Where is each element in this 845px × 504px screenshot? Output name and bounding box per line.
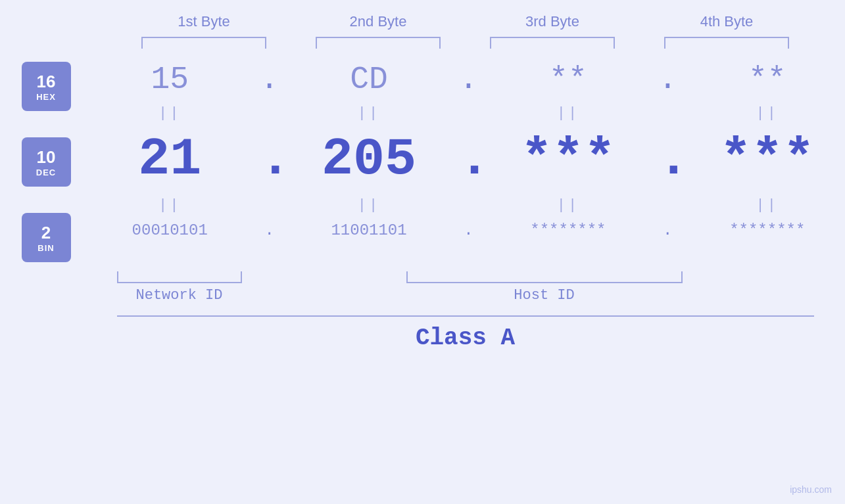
hex-dot-3: . (658, 62, 677, 97)
bracket-1 (141, 37, 266, 49)
hex-badge: 16 HEX (22, 62, 71, 111)
sep-1-4: || (702, 105, 833, 122)
sep-row-1: || || || || (92, 104, 845, 123)
hex-byte-1: 15 (104, 62, 235, 97)
hex-byte-2: CD (303, 62, 435, 97)
top-bracket-row (117, 37, 814, 49)
sep-1-3: || (502, 105, 634, 122)
host-bracket (406, 271, 683, 283)
dec-byte-4: *** (702, 129, 833, 189)
bin-badge: 2 BIN (22, 213, 71, 262)
bottom-section: Network ID Host ID Class A (117, 271, 814, 352)
id-labels: Network ID Host ID (117, 287, 814, 304)
network-id-label: Network ID (117, 287, 242, 304)
sep-2-1: || (104, 197, 235, 214)
sep-2-3: || (502, 197, 634, 214)
bin-byte-1: 00010101 (104, 221, 235, 239)
bin-dot-2: . (458, 221, 478, 239)
hex-byte-4: ** (702, 62, 833, 97)
bin-label: BIN (37, 243, 54, 253)
class-label-row: Class A (117, 325, 814, 352)
sep-2-4: || (702, 197, 833, 214)
dec-dot-2: . (458, 129, 478, 189)
bottom-brackets (117, 271, 814, 283)
bin-byte-4: ******** (702, 221, 833, 239)
host-id-label: Host ID (406, 287, 683, 304)
bracket-4 (664, 37, 789, 49)
hex-number: 16 (37, 72, 56, 92)
dec-dot-1: . (260, 129, 279, 189)
col-header-2: 2nd Byte (312, 13, 444, 30)
bin-dot-1: . (260, 221, 279, 239)
col-header-4: 4th Byte (661, 13, 792, 30)
dec-dot-3: . (658, 129, 677, 189)
sep-2-2: || (303, 197, 435, 214)
network-bracket (117, 271, 242, 283)
sep-1-2: || (303, 105, 435, 122)
hex-dot-2: . (458, 62, 478, 97)
dec-byte-2: 205 (303, 129, 435, 189)
ip-data-rows: 15 . CD . ** . ** || || || || 21 (92, 55, 845, 269)
dec-byte-1: 21 (104, 129, 235, 189)
bracket-2 (316, 37, 441, 49)
hex-row: 15 . CD . ** . ** (92, 55, 845, 104)
base-badges: 16 HEX 10 DEC 2 BIN (0, 55, 92, 269)
sep-1-1: || (104, 105, 235, 122)
dec-byte-3: *** (502, 129, 634, 189)
dec-row: 21 . 205 . *** . *** (92, 123, 845, 196)
main-container: 1st Byte 2nd Byte 3rd Byte 4th Byte 16 H… (0, 0, 845, 504)
bin-number: 2 (41, 223, 51, 243)
dec-label: DEC (36, 168, 56, 177)
bin-byte-3: ******** (502, 221, 634, 239)
dec-number: 10 (37, 147, 56, 168)
class-label: Class A (416, 325, 515, 352)
bin-row: 00010101 . 11001101 . ******** . *******… (92, 215, 845, 246)
main-data-area: 16 HEX 10 DEC 2 BIN 15 . CD . ** . ** (0, 55, 845, 269)
watermark: ipshu.com (790, 484, 832, 495)
col-header-1: 1st Byte (138, 13, 270, 30)
class-bracket (117, 315, 814, 317)
hex-dot-1: . (260, 62, 279, 97)
column-headers: 1st Byte 2nd Byte 3rd Byte 4th Byte (117, 13, 814, 30)
bracket-3 (490, 37, 615, 49)
hex-byte-3: ** (502, 62, 634, 97)
bin-byte-2: 11001101 (303, 221, 435, 239)
col-header-3: 3rd Byte (487, 13, 618, 30)
bin-dot-3: . (658, 221, 677, 239)
hex-label: HEX (36, 92, 56, 102)
sep-row-2: || || || || (92, 196, 845, 215)
dec-badge: 10 DEC (22, 137, 71, 187)
